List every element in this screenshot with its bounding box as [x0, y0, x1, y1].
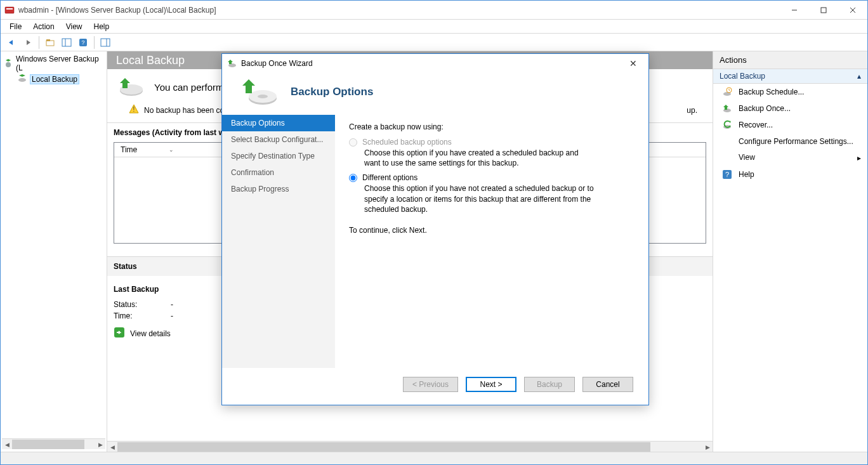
menu-action[interactable]: Action: [28, 21, 59, 32]
tree-root[interactable]: Windows Server Backup (L: [2, 54, 105, 73]
menu-help[interactable]: Help: [89, 21, 115, 32]
action-configure-perf[interactable]: Configure Performance Settings...: [713, 133, 867, 150]
tree-local-backup[interactable]: Local Backup: [16, 73, 105, 85]
svg-point-15: [18, 78, 26, 82]
radio-scheduled-label: Scheduled backup options: [362, 138, 452, 147]
svg-rect-6: [46, 41, 54, 46]
dialog-title: Backup Once Wizard: [241, 59, 623, 68]
action-backup-schedule[interactable]: Backup Schedule...: [713, 84, 867, 100]
nav-forward-button[interactable]: [21, 36, 35, 49]
scroll-right-icon[interactable]: ▶: [95, 439, 105, 450]
tree-hscroll[interactable]: ◀ ▶: [2, 438, 105, 449]
step-progress[interactable]: Backup Progress: [222, 181, 335, 197]
dialog-close-button[interactable]: ✕: [623, 58, 643, 69]
step-select-config[interactable]: Select Backup Configurat...: [222, 131, 335, 148]
local-backup-icon: [17, 74, 27, 84]
action-backup-once[interactable]: Backup Once...: [713, 100, 867, 117]
wizard-steps: Backup Options Select Backup Configurat.…: [222, 115, 335, 368]
svg-rect-7: [46, 39, 50, 41]
time-label: Time:: [114, 311, 145, 320]
toolbar: ?: [1, 34, 867, 51]
subhead-text: You can perform: [154, 82, 224, 93]
previous-button: < Previous: [403, 377, 458, 392]
scroll-thumb[interactable]: [117, 442, 650, 452]
show-hide-action-button[interactable]: [98, 36, 112, 49]
backup-once-wizard-dialog: Backup Once Wizard ✕ Backup Options Back…: [221, 53, 649, 405]
svg-point-29: [258, 95, 268, 98]
cancel-button[interactable]: Cancel: [582, 377, 633, 392]
blank-icon: [722, 136, 732, 147]
svg-text:!: !: [133, 106, 135, 113]
statusbar: [1, 452, 867, 464]
schedule-icon: [722, 87, 732, 97]
scroll-left-icon[interactable]: ◀: [2, 439, 12, 450]
actions-title: Actions: [713, 51, 867, 69]
action-help[interactable]: ? Help: [713, 166, 867, 183]
radio-different-input[interactable]: [349, 174, 357, 182]
svg-rect-3: [821, 8, 826, 13]
radio-different-label: Different options: [362, 173, 418, 182]
center-hscroll[interactable]: ◀ ▶: [107, 441, 713, 452]
backup-button: Backup: [524, 377, 575, 392]
menubar: File Action View Help: [1, 20, 867, 34]
step-destination[interactable]: Specify Destination Type: [222, 148, 335, 164]
recover-icon: [722, 120, 732, 130]
radio-different[interactable]: Different options: [349, 173, 635, 182]
blank-icon: [722, 153, 732, 163]
svg-rect-12: [101, 39, 110, 46]
warn-tail: up.: [687, 106, 697, 115]
dialog-titlebar: Backup Once Wizard ✕: [222, 54, 648, 73]
actions-group-label: Local Backup: [720, 72, 765, 81]
chevron-right-icon: ▸: [857, 154, 861, 162]
col-time[interactable]: Time⌄: [114, 143, 178, 157]
status-label: Status:: [114, 300, 145, 309]
chevron-down-icon: ⌄: [169, 147, 174, 153]
next-button[interactable]: Next >: [466, 377, 516, 392]
svg-text:?: ?: [725, 171, 729, 178]
show-hide-tree-button[interactable]: [60, 36, 74, 49]
menu-view[interactable]: View: [61, 21, 88, 32]
svg-rect-1: [6, 8, 13, 10]
actions-pane: Actions Local Backup ▴ Backup Schedule..…: [713, 51, 867, 452]
warn-text: No backup has been co: [144, 106, 224, 115]
view-details-link[interactable]: View details: [130, 329, 171, 338]
backup-once-icon: [722, 103, 732, 114]
maximize-button[interactable]: [809, 1, 838, 19]
titlebar: wbadmin - [Windows Server Backup (Local)…: [1, 1, 867, 20]
minimize-button[interactable]: [780, 1, 809, 19]
step-backup-options[interactable]: Backup Options: [222, 115, 335, 131]
backup-hero-icon: [116, 75, 147, 99]
wizard-icon: [227, 58, 237, 69]
action-label: Help: [739, 170, 754, 179]
help-toolbar-button[interactable]: ?: [76, 36, 90, 49]
radio-different-desc: Choose this option if you have not creat…: [364, 183, 599, 214]
menu-file[interactable]: File: [4, 21, 27, 32]
close-button[interactable]: [838, 1, 867, 19]
collapse-icon: ▴: [857, 72, 861, 81]
svg-rect-8: [62, 39, 71, 46]
app-icon: [4, 5, 15, 15]
up-button[interactable]: [43, 36, 57, 49]
nav-back-button[interactable]: [4, 36, 18, 49]
view-details-icon: [114, 327, 125, 340]
help-icon: ?: [722, 169, 732, 180]
radio-scheduled-desc: Choose this option if you have created a…: [364, 148, 593, 168]
svg-point-14: [6, 62, 11, 67]
svg-rect-0: [5, 7, 14, 13]
server-backup-icon: [3, 58, 13, 70]
dialog-page-title: Backup Options: [291, 86, 373, 98]
prompt: Create a backup now using:: [349, 122, 635, 131]
action-label: View: [739, 153, 755, 163]
svg-text:?: ?: [81, 39, 84, 46]
action-view[interactable]: View ▸: [713, 150, 867, 166]
action-label: Recover...: [739, 121, 773, 129]
action-recover[interactable]: Recover...: [713, 117, 867, 133]
step-confirmation[interactable]: Confirmation: [222, 164, 335, 181]
scroll-right-icon[interactable]: ▶: [702, 442, 713, 452]
radio-scheduled: Scheduled backup options: [349, 138, 635, 147]
continue-text: To continue, click Next.: [349, 226, 635, 235]
actions-group-header[interactable]: Local Backup ▴: [713, 69, 867, 84]
scroll-left-icon[interactable]: ◀: [107, 442, 117, 452]
tree-child-label: Local Backup: [30, 74, 79, 84]
scroll-thumb[interactable]: [12, 440, 84, 449]
